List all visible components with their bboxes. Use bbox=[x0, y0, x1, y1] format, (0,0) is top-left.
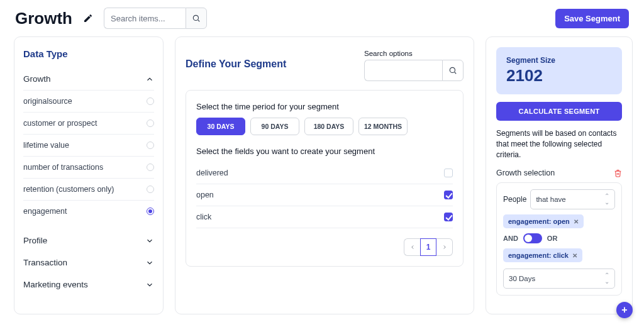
growth-item-lifetime-value[interactable]: lifetime value bbox=[23, 135, 154, 157]
data-type-panel: Data Type Growth originalsource customer… bbox=[14, 36, 164, 314]
svg-line-1 bbox=[198, 20, 200, 22]
svg-point-0 bbox=[193, 15, 198, 20]
calculate-segment-button[interactable]: CALCULATE SEGMENT bbox=[496, 102, 622, 121]
selection-card: People that have ⌃⌄ engagement: open ✕ A… bbox=[496, 182, 622, 296]
people-label: People bbox=[503, 195, 526, 204]
period-90-days[interactable]: 90 DAYS bbox=[250, 118, 299, 135]
trash-icon bbox=[614, 169, 622, 177]
radio-icon bbox=[147, 97, 154, 105]
date-range-select[interactable]: 30 Days ⌃⌄ bbox=[503, 269, 615, 289]
growth-item-number-of-transactions[interactable]: number of transactions bbox=[23, 157, 154, 179]
define-segment-title: Define Your Segment bbox=[186, 50, 286, 70]
page-prev-button[interactable] bbox=[404, 238, 420, 256]
page-current[interactable]: 1 bbox=[420, 238, 436, 256]
page-next-button[interactable] bbox=[436, 238, 453, 256]
growth-item-customer-or-prospect[interactable]: customer or prospect bbox=[23, 113, 154, 135]
options-search-button[interactable] bbox=[442, 60, 464, 81]
chevron-right-icon bbox=[441, 244, 448, 250]
period-12-months[interactable]: 12 MONTHS bbox=[358, 118, 408, 135]
radio-icon bbox=[147, 119, 154, 127]
period-180-days[interactable]: 180 DAYS bbox=[304, 118, 353, 135]
fields-heading: Select the fields you want to create you… bbox=[196, 147, 453, 156]
section-growth-label: Growth bbox=[23, 74, 51, 84]
section-profile[interactable]: Profile bbox=[23, 230, 154, 252]
main-columns: Data Type Growth originalsource customer… bbox=[0, 36, 644, 326]
checkbox-icon[interactable] bbox=[444, 191, 453, 199]
remove-tag-button[interactable]: ✕ bbox=[574, 218, 579, 225]
save-segment-button[interactable]: Save Segment bbox=[555, 9, 629, 28]
data-type-heading: Data Type bbox=[23, 48, 154, 59]
radio-icon bbox=[147, 208, 154, 215]
svg-point-2 bbox=[450, 67, 455, 72]
section-transaction[interactable]: Transaction bbox=[23, 252, 154, 274]
segment-config-card: Select the time period for your segment … bbox=[186, 90, 464, 267]
logic-or-label: OR bbox=[547, 235, 558, 242]
field-open[interactable]: open bbox=[196, 184, 453, 206]
global-search bbox=[104, 8, 207, 29]
period-30-days[interactable]: 30 DAYS bbox=[196, 118, 245, 135]
criteria-helper-text: Segments will be based on contacts that … bbox=[496, 128, 622, 160]
growth-item-engagement[interactable]: engagement bbox=[23, 201, 154, 222]
global-search-input[interactable] bbox=[104, 8, 186, 29]
chevron-down-icon bbox=[145, 280, 154, 289]
logic-and-label: AND bbox=[503, 235, 518, 242]
segment-size-label: Segment Size bbox=[506, 56, 612, 65]
chevron-left-icon bbox=[409, 244, 416, 250]
field-click[interactable]: click bbox=[196, 206, 453, 228]
field-delivered[interactable]: delivered bbox=[196, 162, 453, 184]
options-search: Search options bbox=[364, 50, 464, 81]
add-criteria-fab[interactable]: + bbox=[616, 302, 633, 318]
criteria-tag-engagement-click: engagement: click ✕ bbox=[503, 248, 582, 262]
top-bar: Growth Save Segment bbox=[0, 0, 644, 36]
segment-summary-panel: Segment Size 2102 CALCULATE SEGMENT Segm… bbox=[486, 36, 633, 314]
section-growth[interactable]: Growth bbox=[23, 68, 154, 90]
pencil-icon bbox=[83, 13, 93, 23]
logic-row: AND OR bbox=[503, 233, 615, 243]
section-marketing-events[interactable]: Marketing events bbox=[23, 274, 154, 296]
svg-line-3 bbox=[455, 72, 457, 74]
search-icon bbox=[192, 14, 201, 23]
edit-title-button[interactable] bbox=[81, 11, 95, 25]
radio-icon bbox=[147, 186, 154, 193]
growth-item-originalsource[interactable]: originalsource bbox=[23, 91, 154, 113]
delete-selection-button[interactable] bbox=[614, 169, 622, 177]
chevron-up-icon bbox=[145, 75, 154, 84]
growth-items: originalsource customer or prospect life… bbox=[23, 90, 154, 222]
radio-icon bbox=[147, 164, 154, 171]
radio-icon bbox=[147, 141, 154, 149]
chevron-down-icon bbox=[145, 258, 154, 267]
logic-toggle[interactable] bbox=[523, 233, 542, 243]
criteria-tag-engagement-open: engagement: open ✕ bbox=[503, 214, 584, 228]
plus-icon: + bbox=[621, 304, 627, 316]
pagination: 1 bbox=[196, 238, 453, 256]
options-search-label: Search options bbox=[364, 50, 464, 57]
selection-heading: Growth selection bbox=[496, 169, 555, 177]
select-caret-icon: ⌃⌄ bbox=[604, 193, 609, 206]
people-condition-select[interactable]: that have ⌃⌄ bbox=[530, 189, 615, 209]
page-title: Growth bbox=[15, 9, 72, 28]
period-heading: Select the time period for your segment bbox=[196, 102, 453, 111]
options-search-input[interactable] bbox=[364, 60, 442, 81]
select-caret-icon: ⌃⌄ bbox=[604, 272, 609, 285]
period-options: 30 DAYS 90 DAYS 180 DAYS 12 MONTHS bbox=[196, 118, 453, 135]
define-segment-panel: Define Your Segment Search options Selec… bbox=[175, 36, 474, 314]
segment-size-value: 2102 bbox=[506, 66, 612, 86]
global-search-button[interactable] bbox=[186, 8, 207, 29]
chevron-down-icon bbox=[145, 236, 154, 245]
search-icon bbox=[448, 66, 457, 75]
checkbox-icon[interactable] bbox=[444, 169, 453, 177]
segment-size-card: Segment Size 2102 bbox=[496, 47, 622, 94]
checkbox-icon[interactable] bbox=[444, 213, 453, 221]
remove-tag-button[interactable]: ✕ bbox=[572, 252, 577, 259]
growth-item-retention[interactable]: retention (customers only) bbox=[23, 179, 154, 201]
